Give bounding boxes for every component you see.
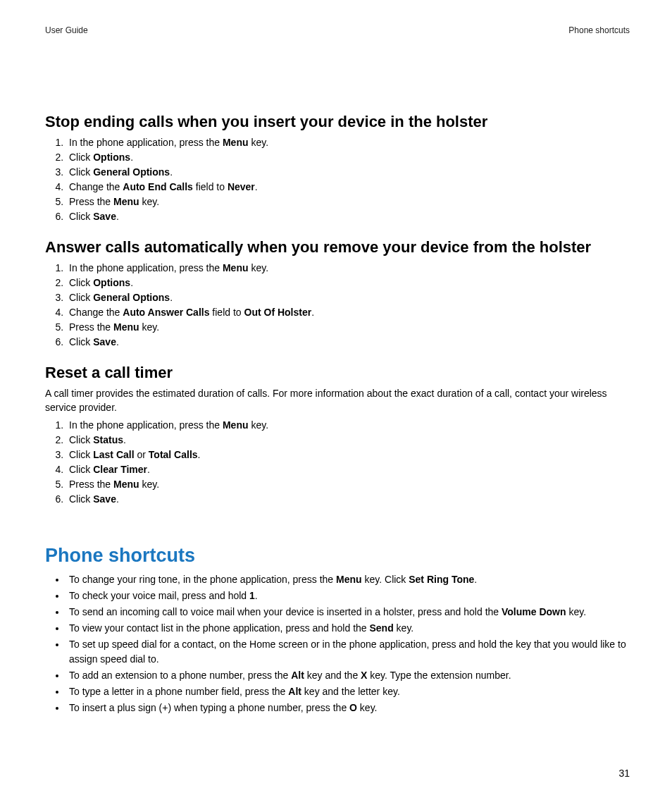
step: Press the Menu key. — [66, 477, 630, 492]
chapter-title-phone-shortcuts: Phone shortcuts — [45, 545, 630, 567]
header-right: Phone shortcuts — [568, 25, 630, 35]
list-item: To insert a plus sign (+) when typing a … — [66, 701, 630, 715]
list-item: To check your voice mail, press and hold… — [66, 589, 630, 603]
step: Click Last Call or Total Calls. — [66, 448, 630, 462]
steps-reset-call-timer: In the phone application, press the Menu… — [45, 418, 630, 507]
list-item: To send an incoming call to voice mail w… — [66, 605, 630, 620]
list-item: To change your ring tone, in the phone a… — [66, 572, 630, 587]
steps-stop-ending-calls: In the phone application, press the Menu… — [45, 135, 630, 224]
list-item: To type a letter in a phone number field… — [66, 684, 630, 699]
step: Click Options. — [66, 276, 630, 290]
list-item: To view your contact list in the phone a… — [66, 621, 630, 636]
step: In the phone application, press the Menu… — [66, 418, 630, 433]
step: Click Save. — [66, 335, 630, 350]
step: Click General Options. — [66, 290, 630, 305]
list-item: To add an extension to a phone number, p… — [66, 668, 630, 683]
list-item: To set up speed dial for a contact, on t… — [66, 637, 630, 667]
section-title-answer-calls: Answer calls automatically when you remo… — [45, 238, 630, 257]
step: Click Save. — [66, 492, 630, 507]
section-title-stop-ending-calls: Stop ending calls when you insert your d… — [45, 113, 630, 131]
section-intro-reset-call-timer: A call timer provides the estimated dura… — [45, 386, 630, 415]
shortcuts-list: To change your ring tone, in the phone a… — [45, 572, 630, 715]
step: Change the Auto Answer Calls field to Ou… — [66, 305, 630, 320]
page-number: 31 — [618, 768, 630, 779]
step: In the phone application, press the Menu… — [66, 261, 630, 276]
step: Change the Auto End Calls field to Never… — [66, 180, 630, 195]
section-title-reset-call-timer: Reset a call timer — [45, 364, 630, 382]
step: Press the Menu key. — [66, 320, 630, 335]
step: Click Save. — [66, 209, 630, 224]
step: In the phone application, press the Menu… — [66, 135, 630, 150]
page-header: User Guide Phone shortcuts — [45, 25, 630, 35]
step: Click Options. — [66, 150, 630, 165]
step: Click Clear Timer. — [66, 462, 630, 477]
steps-answer-calls: In the phone application, press the Menu… — [45, 261, 630, 350]
page: User Guide Phone shortcuts Stop ending c… — [0, 0, 672, 807]
header-left: User Guide — [45, 25, 88, 35]
step: Click Status. — [66, 433, 630, 448]
step: Click General Options. — [66, 165, 630, 180]
step: Press the Menu key. — [66, 195, 630, 209]
